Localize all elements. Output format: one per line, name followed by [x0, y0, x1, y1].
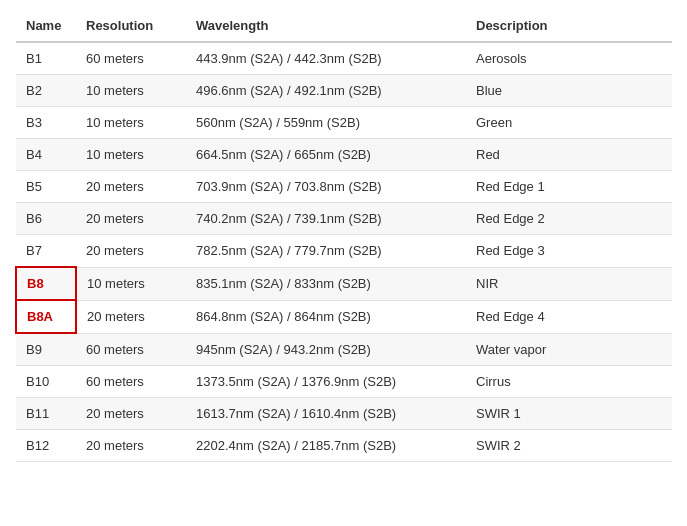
- cell-name: B12: [16, 430, 76, 462]
- cell-resolution: 60 meters: [76, 333, 186, 366]
- header-resolution: Resolution: [76, 10, 186, 42]
- header-name: Name: [16, 10, 76, 42]
- cell-wavelength: 864.8nm (S2A) / 864nm (S2B): [186, 300, 466, 333]
- cell-resolution: 20 meters: [76, 398, 186, 430]
- cell-description: Water vapor: [466, 333, 672, 366]
- table-row: B210 meters496.6nm (S2A) / 492.1nm (S2B)…: [16, 75, 672, 107]
- table-header-row: Name Resolution Wavelength Description: [16, 10, 672, 42]
- cell-resolution: 10 meters: [76, 139, 186, 171]
- cell-wavelength: 664.5nm (S2A) / 665nm (S2B): [186, 139, 466, 171]
- table-row: B810 meters835.1nm (S2A) / 833nm (S2B)NI…: [16, 267, 672, 300]
- cell-name: B8: [16, 267, 76, 300]
- cell-name: B3: [16, 107, 76, 139]
- header-wavelength: Wavelength: [186, 10, 466, 42]
- cell-description: Red Edge 3: [466, 235, 672, 268]
- cell-description: Red Edge 1: [466, 171, 672, 203]
- cell-description: Red Edge 4: [466, 300, 672, 333]
- cell-resolution: 60 meters: [76, 42, 186, 75]
- cell-name: B1: [16, 42, 76, 75]
- cell-name: B9: [16, 333, 76, 366]
- cell-resolution: 10 meters: [76, 75, 186, 107]
- cell-description: SWIR 1: [466, 398, 672, 430]
- cell-wavelength: 945nm (S2A) / 943.2nm (S2B): [186, 333, 466, 366]
- table-row: B720 meters782.5nm (S2A) / 779.7nm (S2B)…: [16, 235, 672, 268]
- cell-name: B5: [16, 171, 76, 203]
- cell-resolution: 10 meters: [76, 107, 186, 139]
- table-row: B310 meters560nm (S2A) / 559nm (S2B)Gree…: [16, 107, 672, 139]
- cell-name: B6: [16, 203, 76, 235]
- bands-table: Name Resolution Wavelength Description B…: [15, 10, 672, 462]
- cell-wavelength: 782.5nm (S2A) / 779.7nm (S2B): [186, 235, 466, 268]
- cell-resolution: 10 meters: [76, 267, 186, 300]
- cell-description: Aerosols: [466, 42, 672, 75]
- table-row: B1120 meters1613.7nm (S2A) / 1610.4nm (S…: [16, 398, 672, 430]
- table-row: B1060 meters1373.5nm (S2A) / 1376.9nm (S…: [16, 366, 672, 398]
- cell-description: Cirrus: [466, 366, 672, 398]
- cell-description: Red: [466, 139, 672, 171]
- cell-resolution: 60 meters: [76, 366, 186, 398]
- table-row: B160 meters443.9nm (S2A) / 442.3nm (S2B)…: [16, 42, 672, 75]
- cell-resolution: 20 meters: [76, 300, 186, 333]
- table-row: B410 meters664.5nm (S2A) / 665nm (S2B)Re…: [16, 139, 672, 171]
- cell-wavelength: 496.6nm (S2A) / 492.1nm (S2B): [186, 75, 466, 107]
- table-row: B1220 meters2202.4nm (S2A) / 2185.7nm (S…: [16, 430, 672, 462]
- cell-resolution: 20 meters: [76, 430, 186, 462]
- cell-wavelength: 1373.5nm (S2A) / 1376.9nm (S2B): [186, 366, 466, 398]
- cell-wavelength: 2202.4nm (S2A) / 2185.7nm (S2B): [186, 430, 466, 462]
- cell-wavelength: 443.9nm (S2A) / 442.3nm (S2B): [186, 42, 466, 75]
- table-row: B8A20 meters864.8nm (S2A) / 864nm (S2B)R…: [16, 300, 672, 333]
- cell-resolution: 20 meters: [76, 235, 186, 268]
- cell-wavelength: 1613.7nm (S2A) / 1610.4nm (S2B): [186, 398, 466, 430]
- table-row: B620 meters740.2nm (S2A) / 739.1nm (S2B)…: [16, 203, 672, 235]
- table-row: B960 meters945nm (S2A) / 943.2nm (S2B)Wa…: [16, 333, 672, 366]
- cell-name: B4: [16, 139, 76, 171]
- header-description: Description: [466, 10, 672, 42]
- cell-description: NIR: [466, 267, 672, 300]
- cell-description: SWIR 2: [466, 430, 672, 462]
- cell-description: Blue: [466, 75, 672, 107]
- cell-wavelength: 835.1nm (S2A) / 833nm (S2B): [186, 267, 466, 300]
- table-row: B520 meters703.9nm (S2A) / 703.8nm (S2B)…: [16, 171, 672, 203]
- cell-wavelength: 740.2nm (S2A) / 739.1nm (S2B): [186, 203, 466, 235]
- cell-description: Red Edge 2: [466, 203, 672, 235]
- cell-name: B8A: [16, 300, 76, 333]
- cell-name: B7: [16, 235, 76, 268]
- table-body: B160 meters443.9nm (S2A) / 442.3nm (S2B)…: [16, 42, 672, 462]
- cell-name: B10: [16, 366, 76, 398]
- table-container: Name Resolution Wavelength Description B…: [0, 0, 687, 472]
- cell-resolution: 20 meters: [76, 171, 186, 203]
- cell-wavelength: 560nm (S2A) / 559nm (S2B): [186, 107, 466, 139]
- cell-description: Green: [466, 107, 672, 139]
- cell-name: B11: [16, 398, 76, 430]
- cell-resolution: 20 meters: [76, 203, 186, 235]
- cell-wavelength: 703.9nm (S2A) / 703.8nm (S2B): [186, 171, 466, 203]
- cell-name: B2: [16, 75, 76, 107]
